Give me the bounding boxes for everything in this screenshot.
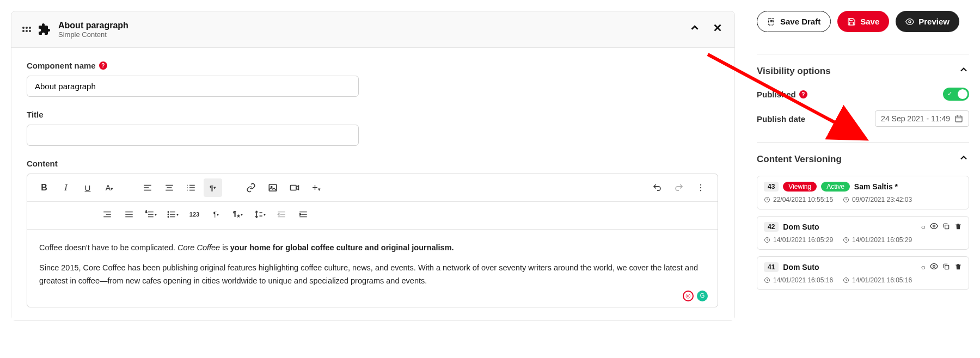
preview-button[interactable]: Preview bbox=[896, 11, 959, 32]
svg-point-7 bbox=[168, 212, 169, 213]
editor-toolbar-row1: B I U A▾ ¶▾ bbox=[27, 174, 718, 202]
version-modified: 14/01/2021 16:05:16 bbox=[843, 276, 912, 284]
visibility-title: Visibility options bbox=[757, 66, 831, 77]
underline-button[interactable]: U bbox=[78, 178, 97, 197]
trash-icon[interactable] bbox=[954, 263, 962, 272]
content-bold: your home for global coffee culture and … bbox=[230, 243, 454, 252]
component-card: About paragraph Simple Content Component… bbox=[11, 11, 735, 321]
editor-toolbar-row2: 1▾ ▾ 123 ¶▾ ¶★▾ ▾ bbox=[27, 202, 718, 230]
undo-button[interactable] bbox=[648, 178, 666, 197]
chevron-up-icon[interactable] bbox=[958, 64, 969, 78]
eye-icon[interactable] bbox=[930, 262, 938, 272]
component-name-label: Component name bbox=[27, 61, 96, 70]
published-label: Published bbox=[757, 90, 796, 99]
align-right-button[interactable] bbox=[98, 205, 117, 224]
ordered-list-button[interactable]: 1▾ bbox=[142, 205, 160, 224]
copy-icon[interactable] bbox=[942, 263, 950, 272]
svg-point-15 bbox=[933, 225, 935, 227]
unordered-list-button[interactable]: ▾ bbox=[163, 205, 182, 224]
svg-point-4 bbox=[700, 187, 701, 188]
align-justify-button[interactable] bbox=[120, 205, 138, 224]
card-body: Component name ? Title Content bbox=[11, 48, 734, 320]
visibility-section: Visibility options Published ? ✓ Publish… bbox=[757, 54, 969, 127]
svg-point-9 bbox=[168, 217, 169, 218]
version-card[interactable]: 42 Dom Suto ○ 14/01/2021 16:05:29 14/01/… bbox=[757, 216, 969, 250]
save-draft-label: Save Draft bbox=[780, 17, 820, 26]
help-icon[interactable]: ? bbox=[799, 90, 807, 98]
publish-date-value: 24 Sep 2021 - 11:49 bbox=[881, 114, 950, 123]
close-icon[interactable] bbox=[712, 22, 724, 37]
grammarly-icon[interactable]: G bbox=[697, 291, 708, 301]
copy-icon[interactable] bbox=[942, 223, 950, 232]
title-label: Title bbox=[27, 110, 44, 119]
chevron-up-icon[interactable] bbox=[958, 152, 969, 166]
svg-point-8 bbox=[168, 214, 169, 215]
svg-point-19 bbox=[933, 266, 935, 268]
title-input[interactable] bbox=[27, 125, 359, 146]
version-card[interactable]: 41 Dom Suto ○ 14/01/2021 16:05:16 14/01/… bbox=[757, 256, 969, 290]
save-label: Save bbox=[860, 17, 879, 26]
version-number: 41 bbox=[764, 262, 779, 272]
version-modified: 09/07/2021 23:42:03 bbox=[843, 196, 912, 203]
version-created: 14/01/2021 16:05:29 bbox=[764, 236, 833, 244]
header-text: About paragraph Simple Content bbox=[58, 20, 128, 39]
component-name-input[interactable] bbox=[27, 76, 359, 97]
content-text: Since 2015, Core Coffee has been publish… bbox=[39, 262, 706, 287]
svg-rect-2 bbox=[291, 186, 297, 190]
video-button[interactable] bbox=[285, 178, 304, 197]
published-toggle[interactable]: ✓ bbox=[943, 88, 969, 101]
content-text: Coffee doesn't have to be complicated. bbox=[39, 243, 177, 252]
publish-date-input[interactable]: 24 Sep 2021 - 11:49 bbox=[875, 110, 969, 127]
content-text: is bbox=[220, 243, 230, 252]
circle-icon[interactable]: ○ bbox=[921, 223, 926, 231]
version-card[interactable]: 43 ViewingActive Sam Saltis * 22/04/2021… bbox=[757, 176, 969, 209]
insert-more-button[interactable]: +▾ bbox=[307, 178, 326, 197]
line-height-button[interactable]: ▾ bbox=[250, 205, 269, 224]
card-header: About paragraph Simple Content bbox=[11, 11, 734, 48]
indent-button[interactable] bbox=[294, 205, 313, 224]
svg-text:1: 1 bbox=[146, 211, 148, 213]
versioning-title: Content Versioning bbox=[757, 154, 842, 165]
version-number: 43 bbox=[764, 182, 779, 192]
drag-handle-icon[interactable] bbox=[22, 25, 31, 34]
italic-button[interactable]: I bbox=[57, 178, 75, 197]
version-author: Dom Suto bbox=[783, 223, 819, 231]
target-icon[interactable]: ◎ bbox=[683, 291, 694, 301]
version-number: 42 bbox=[764, 222, 779, 232]
help-icon[interactable]: ? bbox=[99, 61, 107, 70]
save-button[interactable]: Save bbox=[837, 11, 889, 32]
paragraph-format-button[interactable]: ¶▾ bbox=[204, 178, 222, 197]
save-draft-button[interactable]: Save Draft bbox=[757, 11, 831, 32]
collapse-icon[interactable] bbox=[689, 22, 701, 37]
version-modified: 14/01/2021 16:05:29 bbox=[843, 236, 912, 244]
eye-icon[interactable] bbox=[930, 222, 938, 232]
version-created: 22/04/2021 10:55:15 bbox=[764, 196, 833, 203]
trash-icon[interactable] bbox=[954, 223, 962, 232]
align-left-button[interactable] bbox=[138, 178, 157, 197]
link-button[interactable] bbox=[242, 178, 260, 197]
font-size-button[interactable]: A▾ bbox=[100, 178, 119, 197]
align-center-button[interactable] bbox=[160, 178, 179, 197]
version-badge: Active bbox=[821, 182, 850, 192]
preview-label: Preview bbox=[918, 17, 950, 26]
version-badge: Viewing bbox=[783, 182, 817, 192]
svg-point-11 bbox=[909, 21, 911, 23]
svg-rect-12 bbox=[955, 116, 962, 122]
more-options-button[interactable] bbox=[691, 178, 710, 197]
version-author: Sam Saltis * bbox=[854, 182, 898, 191]
numbers-button[interactable]: 123 bbox=[185, 205, 204, 224]
calendar-icon bbox=[954, 114, 963, 123]
svg-point-5 bbox=[700, 190, 701, 191]
image-button[interactable] bbox=[264, 178, 282, 197]
bold-button[interactable]: B bbox=[35, 178, 53, 197]
action-buttons: Save Draft Save Preview bbox=[757, 11, 969, 32]
paragraph-dir-button[interactable]: ¶▾ bbox=[207, 205, 225, 224]
svg-point-3 bbox=[700, 184, 701, 186]
editor-content[interactable]: Coffee doesn't have to be complicated. C… bbox=[27, 230, 718, 307]
outdent-button[interactable] bbox=[272, 205, 291, 224]
redo-button[interactable] bbox=[670, 178, 688, 197]
paragraph-star-button[interactable]: ¶★▾ bbox=[229, 205, 247, 224]
circle-icon[interactable]: ○ bbox=[921, 263, 926, 271]
list-button[interactable] bbox=[182, 178, 200, 197]
component-subtitle: Simple Content bbox=[58, 30, 128, 39]
